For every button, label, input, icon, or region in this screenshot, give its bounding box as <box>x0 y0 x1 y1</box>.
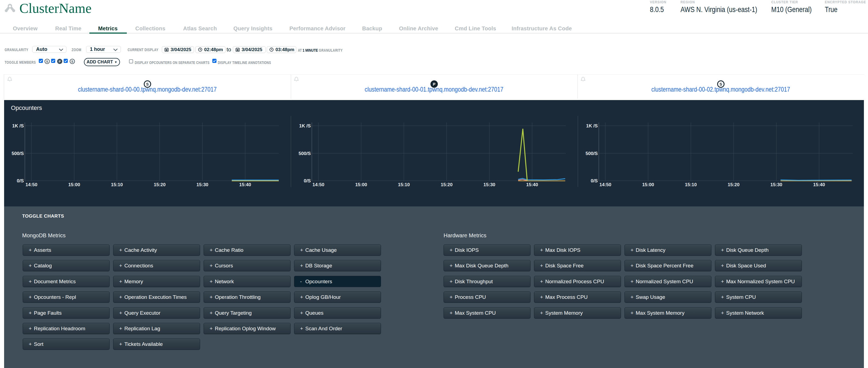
svg-text:15:10: 15:10 <box>111 182 123 187</box>
svg-text:0/S: 0/S <box>591 178 598 183</box>
svg-text:15:10: 15:10 <box>398 182 410 187</box>
svg-text:15:20: 15:20 <box>154 182 165 187</box>
svg-text:15:20: 15:20 <box>727 182 739 187</box>
svg-text:1K /S: 1K /S <box>12 123 24 128</box>
svg-text:500/S: 500/S <box>12 151 24 156</box>
svg-text:15:00: 15:00 <box>355 182 367 187</box>
svg-text:15:30: 15:30 <box>484 182 495 187</box>
svg-text:1K /S: 1K /S <box>586 123 598 128</box>
svg-text:500/S: 500/S <box>586 151 598 156</box>
svg-text:15:00: 15:00 <box>642 182 654 187</box>
svg-text:15:30: 15:30 <box>196 182 208 187</box>
svg-text:14:50: 14:50 <box>312 182 324 187</box>
svg-text:14:50: 14:50 <box>599 182 611 187</box>
svg-text:15:40: 15:40 <box>813 182 825 187</box>
svg-text:15:40: 15:40 <box>526 182 538 187</box>
svg-text:15:30: 15:30 <box>770 182 782 187</box>
svg-text:15:20: 15:20 <box>440 182 452 187</box>
svg-text:0/S: 0/S <box>17 178 24 183</box>
svg-text:15:40: 15:40 <box>239 182 251 187</box>
svg-text:0/S: 0/S <box>304 178 311 183</box>
svg-text:14:50: 14:50 <box>25 182 37 187</box>
svg-text:1K /S: 1K /S <box>299 123 311 128</box>
svg-text:15:00: 15:00 <box>68 182 80 187</box>
svg-text:500/S: 500/S <box>299 151 311 156</box>
svg-text:15:10: 15:10 <box>685 182 696 187</box>
